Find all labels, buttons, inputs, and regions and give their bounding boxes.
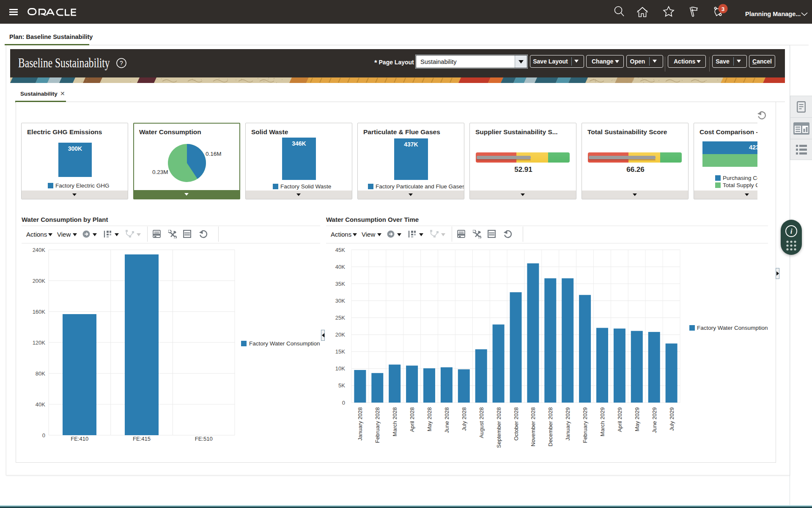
svg-text:February 2029: February 2029: [582, 407, 588, 443]
svg-text:FE:510: FE:510: [195, 436, 213, 442]
svg-text:30K: 30K: [335, 298, 345, 304]
svg-text:0: 0: [42, 432, 45, 439]
svg-text:November 2028: November 2028: [530, 407, 536, 447]
svg-text:FE:415: FE:415: [133, 436, 151, 442]
svg-text:July 2029: July 2029: [669, 407, 675, 431]
svg-text:80K: 80K: [36, 370, 45, 377]
svg-text:Factory Water Consumption: Factory Water Consumption: [249, 340, 320, 347]
svg-text:February 2028: February 2028: [374, 407, 381, 443]
svg-text:Factory Water Consumption: Factory Water Consumption: [697, 325, 768, 331]
svg-text:January 2029: January 2029: [565, 407, 571, 441]
svg-text:April 2029: April 2029: [617, 407, 623, 432]
svg-text:3: 3: [721, 6, 725, 12]
svg-text:October 2028: October 2028: [513, 407, 519, 441]
svg-text:45K: 45K: [335, 247, 345, 253]
svg-text:40K: 40K: [36, 401, 45, 408]
svg-text:June 2028: June 2028: [444, 407, 450, 433]
svg-text:40K: 40K: [335, 264, 345, 270]
svg-text:March 2029: March 2029: [599, 407, 606, 436]
svg-text:25K: 25K: [335, 315, 345, 321]
svg-text:i: i: [790, 227, 793, 235]
svg-text:May 2028: May 2028: [426, 407, 433, 431]
svg-text:March 2028: March 2028: [392, 407, 398, 436]
svg-text:160K: 160K: [33, 309, 46, 315]
svg-text:240K: 240K: [33, 247, 46, 253]
svg-text:January 2028: January 2028: [357, 407, 363, 441]
svg-text:April 2028: April 2028: [409, 407, 415, 432]
svg-text:Planning Manage...: Planning Manage...: [745, 11, 801, 17]
svg-text:120K: 120K: [33, 340, 46, 346]
svg-text:June 2029: June 2029: [651, 407, 658, 433]
svg-text:July 2028: July 2028: [461, 407, 467, 431]
svg-text:FE:410: FE:410: [71, 436, 88, 442]
svg-text:35K: 35K: [335, 281, 345, 287]
svg-text:December 2028: December 2028: [547, 407, 554, 447]
svg-text:September 2028: September 2028: [496, 407, 502, 448]
svg-text:5K: 5K: [338, 382, 345, 389]
svg-text:0: 0: [342, 400, 345, 406]
svg-text:10K: 10K: [335, 365, 345, 372]
svg-text:August 2028: August 2028: [478, 407, 485, 438]
svg-text:?: ?: [120, 60, 123, 66]
svg-text:May 2029: May 2029: [634, 407, 640, 431]
svg-text:200K: 200K: [33, 278, 46, 284]
svg-text:20K: 20K: [335, 331, 345, 338]
svg-text:15K: 15K: [335, 348, 345, 355]
